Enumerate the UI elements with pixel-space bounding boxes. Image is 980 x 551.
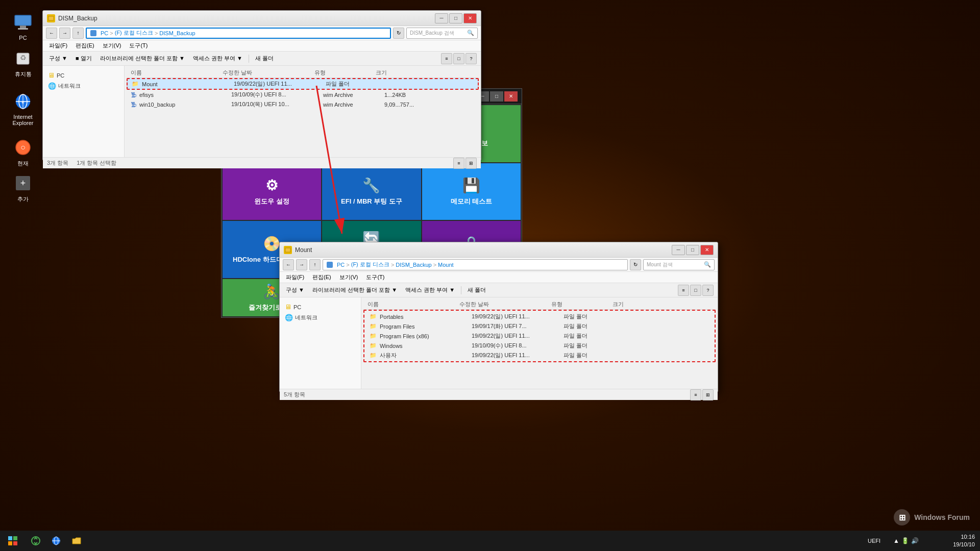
mount-include-library-button[interactable]: 라이브러리에 선택한 폴더 포함 ▼ [310,285,399,295]
mount-menu-file[interactable]: 파일(F) [284,272,306,282]
tile-item-memory-test[interactable]: 💾 메모리 테스트 [422,163,521,220]
dism-new-folder-button[interactable]: 새 폴더 [253,54,276,63]
mount-col-name[interactable]: 이름 [368,300,459,308]
favorites-tile-icon: 🚴 [263,283,281,300]
mount-forward-button[interactable]: → [296,259,307,270]
mount-bc-mount[interactable]: Mount [438,262,454,268]
dism-forward-button[interactable]: → [59,28,70,39]
mount-status-total: 5개 항목 [284,391,305,398]
mount-back-button[interactable]: ← [283,259,294,270]
mount-file-program-files[interactable]: 📁 Program Files 19/09/17(화) UEFI 7... 파일… [365,321,714,331]
dism-bc-f-drive[interactable]: (F) 로컬 디스크 [115,29,153,37]
mount-file-portables[interactable]: 📁 Portables 19/09/22(일) UEFI 11... 파일 폴더 [365,312,714,321]
desktop-icon-pc[interactable]: PC [5,10,41,43]
mount-new-folder-button[interactable]: 새 폴더 [465,285,488,295]
mount-menu-view[interactable]: 보기(V) [337,272,360,282]
mount-organize-button[interactable]: 구성 ▼ [284,285,306,295]
tile-item-efi-mbr[interactable]: 🔧 EFI / MBR 부팅 도구 [322,163,421,220]
mount-bc-f-drive[interactable]: (F) 로컬 디스크 [351,261,389,268]
efisys-wim-icon: 🗜 [131,92,136,98]
tile-close-button[interactable]: ✕ [504,91,518,102]
dism-up-button[interactable]: ↑ [72,28,84,39]
mount-file-users[interactable]: 📁 사용자 19/09/22(일) UEFI 11... 파일 폴더 [365,350,714,360]
dism-refresh-button[interactable]: ↻ [393,28,404,39]
taskbar-globe-button[interactable] [46,531,66,551]
mount-status-list-btn[interactable]: ⊞ [702,389,714,400]
dism-minimize-button[interactable]: ─ [435,13,448,23]
tile-item-windows-settings[interactable]: ⚙ 윈도우 설정 [223,163,321,220]
desktop-icon-ie[interactable]: e Internet Explorer [5,89,41,128]
taskbar-clock[interactable]: 10:16 19/10/10 [953,533,975,549]
dism-col-type[interactable]: 유형 [314,69,376,77]
mount-status-details-btn[interactable]: ≡ [690,389,701,400]
mount-help-button[interactable]: ? [702,285,714,296]
tile-maximize-button[interactable]: □ [490,91,503,102]
dism-menu-edit[interactable]: 편집(E) [74,41,96,51]
dism-col-name[interactable]: 이름 [131,69,223,77]
mount-refresh-button[interactable]: ↻ [630,259,641,270]
current-icon: ○ [13,137,33,158]
mount-sidebar-pc-label: PC [293,304,301,310]
dism-menu-file[interactable]: 파일(F) [47,41,69,51]
mount-menu-edit[interactable]: 편집(E) [310,272,333,282]
desktop-icon-add[interactable]: + 추가 [5,171,41,205]
dism-sidebar-network[interactable]: 🌐 네트워크 [45,81,122,91]
mount-access-button[interactable]: 액세스 권한 부여 ▼ [403,285,457,295]
mount-minimize-button[interactable]: ─ [672,245,685,255]
taskbar-sync-button[interactable] [26,531,46,551]
win10backup-wim-icon: 🗜 [131,102,136,108]
mount-bc-backup[interactable]: DISM_Backup [396,262,431,268]
mount-preview-button[interactable]: □ [690,285,701,296]
dism-sidebar-pc[interactable]: 🖥 PC [45,70,122,81]
dism-status-details-btn[interactable]: ≡ [453,158,464,169]
mount-file-windows[interactable]: 📁 Windows 19/10/09(수) UEFI 8... 파일 폴더 [365,341,714,350]
dism-menu-tools[interactable]: 도구(T) [127,41,150,51]
mount-close-button[interactable]: ✕ [700,245,714,255]
mount-file-windows-type: 파일 폴더 [564,342,625,349]
dism-file-mount[interactable]: 📁 Mount 19/09/22(일) UEFI 11... 파일 폴더 [127,78,479,90]
dism-status-list-btn[interactable]: ⊞ [465,158,477,169]
dism-col-size[interactable]: 크기 [376,69,416,77]
mount-col-size[interactable]: 크기 [612,300,653,308]
taskbar-wifi-icon: ▲ [893,537,899,544]
mount-menu-tools[interactable]: 도구(T) [364,272,386,282]
dism-file-efisys[interactable]: 🗜 efisys 19/10/09(수) UEFI 8... wim Archi… [127,90,479,99]
taskbar-folder-button[interactable] [66,531,87,551]
dism-file-win10backup[interactable]: 🗜 win10_backup 19/10/10(목) UEFI 10... wi… [127,99,479,109]
dism-details-view-button[interactable]: ≡ [441,53,452,64]
mount-bc-pc[interactable]: PC [337,262,345,268]
dism-address-bar[interactable]: PC > (F) 로컬 디스크 > DISM_Backup [86,28,391,39]
dism-organize-button[interactable]: 구성 ▼ [47,54,69,63]
dism-bc-pc[interactable]: PC [101,30,108,36]
dism-include-library-button[interactable]: 라이브러리에 선택한 폴더 포함 ▼ [98,54,187,63]
dism-maximize-button[interactable]: □ [449,13,462,23]
mount-col-type[interactable]: 유형 [551,300,612,308]
mount-up-button[interactable]: ↑ [309,259,321,270]
dism-preview-button[interactable]: □ [453,53,464,64]
mount-details-view-button[interactable]: ≡ [678,285,689,296]
mount-sidebar-pc[interactable]: 🖥 PC [282,302,359,312]
mount-file-portables-date: 19/09/22(일) UEFI 11... [472,313,564,320]
dism-open-button[interactable]: ■ 열기 [74,54,94,63]
mount-address-bar[interactable]: PC > (F) 로컬 디스크 > DISM_Backup > Mount [323,259,628,270]
mount-maximize-button[interactable]: □ [686,245,699,255]
taskbar-time: 10:16 [953,533,975,541]
dism-col-date[interactable]: 수정한 날짜 [223,69,314,77]
mount-file-program-files-x86[interactable]: 📁 Program Files (x86) 19/09/22(일) UEFI 1… [365,331,714,341]
mount-col-date[interactable]: 수정한 날짜 [459,300,551,308]
dism-help-button[interactable]: ? [465,53,477,64]
dism-close-button[interactable]: ✕ [463,13,477,23]
dism-sidebar-network-label: 네트워크 [58,82,81,90]
dism-access-button[interactable]: 액세스 권한 부여 ▼ [191,54,244,63]
dism-search-bar[interactable]: DISM_Backup 검색 🔍 [406,28,478,39]
dism-menu-view[interactable]: 보기(V) [101,41,124,51]
dism-back-button[interactable]: ← [46,28,57,39]
dism-bc-backup[interactable]: DISM_Backup [159,30,195,36]
mount-search-bar[interactable]: Mount 검색 🔍 [643,259,715,270]
desktop-icon-recycle[interactable]: ♻ 휴지통 [5,46,41,80]
mount-file-portables-name: Portables [380,314,472,320]
mount-files-highlight-box: 📁 Portables 19/09/22(일) UEFI 11... 파일 폴더… [363,310,716,362]
desktop-icon-current[interactable]: ○ 현재 [5,135,41,169]
start-button[interactable] [0,531,26,551]
mount-sidebar-network[interactable]: 🌐 네트워크 [282,312,359,323]
